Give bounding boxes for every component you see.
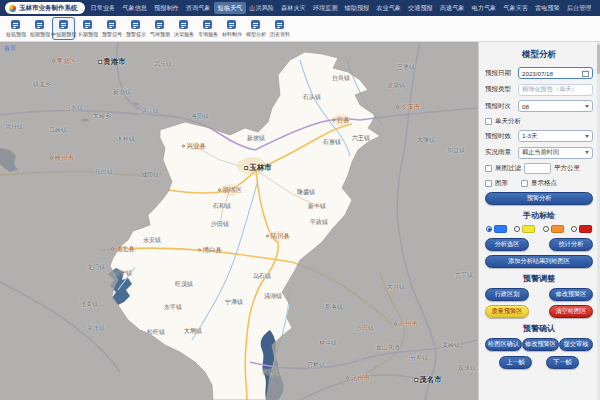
toolbar-tab-label: 长期预报 [77,31,97,37]
color-swatch[interactable] [486,225,507,233]
toolbar-tab[interactable]: 历史资料 [268,17,291,40]
drawing-confirm-button[interactable]: 绘图区确认 [485,338,522,351]
statistic-analysis-button[interactable]: 统计分析 [549,238,593,251]
warning-analysis-button[interactable]: 预警分析 [485,192,593,205]
forecast-type-input[interactable]: 精细化报告（单天） [518,84,593,96]
document-icon [227,20,236,29]
toolbar-tab[interactable]: 预警提示 [124,17,147,40]
map-canvas[interactable]: 武乐镇镇龙乡新塘镇云表镇大岭乡湛江镇洛阳镇周圩镇马岭镇木梓镇乐民镇城隍镇新坡镇石… [0,42,478,400]
top-nav-item[interactable]: 气象灾害 [500,2,532,14]
color-radio[interactable] [514,226,520,232]
next-frame-button[interactable]: 下一帧 [546,356,579,369]
toolbar-tab-label: 预警信号 [101,31,121,37]
forecast-time-select[interactable]: 08 [518,100,593,112]
single-day-row: 单天分析 [485,117,593,126]
single-day-checkbox[interactable] [485,118,492,125]
submit-review-button[interactable]: 提交审核 [559,338,593,351]
toolbar-tab-label: 专项服务 [197,31,217,37]
chevron-down-icon [585,151,589,154]
toolbar-tab[interactable]: 气候预测 [148,17,171,40]
warning-adjust-title: 预警调整 [485,273,593,284]
top-nav-item[interactable]: 农业气象 [373,2,405,14]
forecast-validity-label: 预报时效 [485,132,518,141]
top-nav-item[interactable]: 电力气象 [468,2,500,14]
top-nav-item[interactable]: 短临天气 [214,2,246,14]
toolbar-tab[interactable]: 决策服务 [172,17,195,40]
modify-warning-area-button[interactable]: 修改预警区 [549,288,593,301]
toolbar-tab[interactable]: 预警信号 [100,17,123,40]
top-nav-item[interactable]: 交通预报 [405,2,437,14]
toolbar-tab[interactable]: 中短期预报 [52,17,75,40]
forecast-type-row: 预报类型 精细化报告（单天） [485,84,593,96]
forecast-date-row: 预报日期 2023/07/18 [485,67,593,79]
top-nav-item[interactable]: 预报制作 [151,2,183,14]
toolbar-tab[interactable]: 材料制作 [220,17,243,40]
forecast-validity-select[interactable]: 1-3天 [518,130,593,142]
toolbar-tab-label: 模型分析 [245,31,265,37]
color-radio[interactable] [543,226,549,232]
admin-division-button[interactable]: 行政区划 [485,288,529,301]
top-nav-item[interactable]: 山洪风险 [246,2,278,14]
rainfall-value: 截止当前时间 [522,148,559,157]
color-swatch[interactable] [514,225,535,233]
forecast-date-value: 2023/07/18 [522,70,553,77]
toolbar-tab[interactable]: 短期预报 [28,17,51,40]
calendar-icon [582,70,589,77]
color-radio[interactable] [571,226,577,232]
manual-plot-title: 手动标绘 [485,210,593,221]
confirm-buttons-row: 绘图区确认 修改预警区 提交审核 [485,338,593,351]
frame-nav-row: 上一帧 下一帧 [485,356,593,369]
color-swatch[interactable] [571,225,592,233]
analysis-area-button[interactable]: 分析选区 [485,238,529,251]
show-grid-label: 显示格点 [531,179,557,188]
top-nav-item[interactable]: 环境监测 [309,2,341,14]
area-filter-checkbox[interactable] [485,165,492,172]
toolbar-tab[interactable]: 模型分析 [244,17,267,40]
toolbar-tab[interactable]: 专项服务 [196,17,219,40]
add-result-button[interactable]: 添加分析结果到绘图区 [485,255,593,268]
top-nav-item[interactable]: 日常业务 [87,2,119,14]
toolbar-tab-label: 历史资料 [269,31,289,37]
top-nav-item[interactable]: 高速气象 [436,2,468,14]
document-icon [155,20,164,29]
document-icon [251,20,260,29]
previous-frame-button[interactable]: 上一帧 [499,356,532,369]
top-nav-item[interactable]: 辅助预报 [341,2,373,14]
forecast-type-label: 预报类型 [485,85,518,94]
rainfall-select[interactable]: 截止当前时间 [518,147,593,159]
forecast-validity-row: 预报时效 1-3天 [485,130,593,142]
chevron-down-icon [585,135,589,138]
color-swatches [486,225,592,233]
breadcrumb-home-link[interactable]: 首页 [4,44,16,53]
quality-warning-area-button[interactable]: 质量预警区 [485,305,529,318]
forecast-type-value: 精细化报告（单天） [522,85,578,94]
clear-drawing-area-button[interactable]: 清空绘图区 [549,305,593,318]
area-filter-input[interactable] [524,163,551,174]
document-icon [107,20,116,29]
toolbar-tab[interactable]: 长期预报 [76,17,99,40]
document-icon [179,20,188,29]
single-day-label: 单天分析 [495,117,521,126]
modify-warning-button[interactable]: 修改预警区 [522,338,559,351]
top-nav-item[interactable]: 查询气象 [182,2,214,14]
model-analysis-panel: 模型分析 预报日期 2023/07/18 预报类型 精细化报告（单天） 预报时次… [478,42,600,400]
color-chip [551,225,564,233]
color-radio[interactable] [486,226,492,232]
graphic-checkbox[interactable] [485,180,492,187]
show-grid-checkbox[interactable] [521,180,528,187]
forecast-time-label: 预报时次 [485,102,518,111]
forecast-date-label: 预报日期 [485,69,518,78]
top-nav-item[interactable]: 气象信息 [119,2,151,14]
top-nav-item[interactable]: 后台管理 [563,2,595,14]
color-swatch[interactable] [543,225,564,233]
toolbar-tab[interactable]: 短临预报 [4,17,27,40]
toolbar-tab-label: 材料制作 [221,31,241,37]
top-nav-item[interactable]: 雷电预警 [532,2,564,14]
top-nav-item[interactable]: 森林火灾 [278,2,310,14]
document-icon [203,20,212,29]
document-icon [275,20,284,29]
toolbar-tabs: 短临预报短期预报中短期预报长期预报预警信号预警提示气候预测决策服务专项服务材料制… [0,16,600,42]
toolbar-tab-label: 短临预报 [5,31,25,37]
document-icon [35,20,44,29]
forecast-date-input[interactable]: 2023/07/18 [518,67,593,79]
